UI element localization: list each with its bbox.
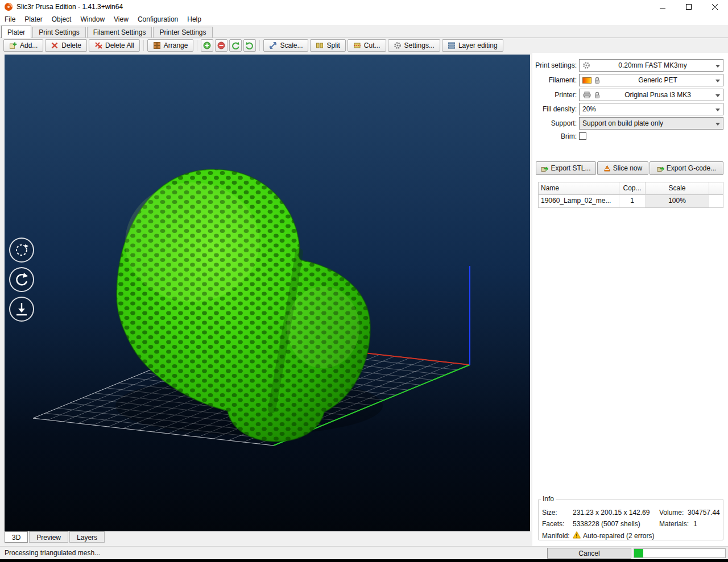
printer-value: Original Prusa i3 MK3 <box>603 91 713 99</box>
menu-window[interactable]: Window <box>76 14 109 24</box>
cut-button[interactable]: Cut... <box>348 39 386 52</box>
menu-configuration[interactable]: Configuration <box>133 14 183 24</box>
toolbar-separator <box>143 40 144 51</box>
layer-editing-button-label: Layer editing <box>458 41 498 49</box>
lock-icon <box>594 77 601 84</box>
progress-fill <box>634 549 643 557</box>
cancel-button-label: Cancel <box>578 549 599 557</box>
object-table: Name Cop... Scale 19060_Lamp_02_me... 1 … <box>538 182 723 208</box>
status-message: Processing triangulated mesh... <box>5 549 100 557</box>
place-on-bed-button[interactable] <box>9 297 34 322</box>
menu-help[interactable]: Help <box>183 14 206 24</box>
rotate-cw-button[interactable] <box>243 39 256 52</box>
support-value: Support on build plate only <box>582 119 713 127</box>
filament-label: Filament: <box>532 74 577 86</box>
export-gcode-button[interactable]: Export G-code... <box>650 161 723 175</box>
cancel-button[interactable]: Cancel <box>547 548 631 559</box>
delete-icon <box>51 41 59 49</box>
window-title: Slic3r Prusa Edition - 1.41.3+win64 <box>16 3 123 11</box>
tab-plater[interactable]: Plater <box>1 26 31 38</box>
combo-chevron-icon <box>715 123 720 126</box>
add-button[interactable]: Add... <box>3 39 43 52</box>
rotate-gizmo-button[interactable] <box>9 238 34 263</box>
increase-copies-button[interactable] <box>201 39 213 52</box>
warning-icon <box>573 531 581 540</box>
slice-now-label: Slice now <box>613 164 642 172</box>
print-settings-label: Print settings: <box>532 59 577 72</box>
slice-now-button[interactable]: Slice now <box>597 161 648 175</box>
tab-3d[interactable]: 3D <box>5 531 28 543</box>
arrange-button-label: Arrange <box>164 41 188 49</box>
menu-object[interactable]: Object <box>47 14 76 24</box>
column-header-name[interactable]: Name <box>539 182 619 195</box>
rotate-ccw-button[interactable] <box>229 39 242 52</box>
gear-icon <box>582 61 590 69</box>
add-icon <box>9 41 17 49</box>
filament-swatch <box>582 77 592 84</box>
delete-button[interactable]: Delete <box>45 39 87 52</box>
delete-all-button[interactable]: Delete All <box>89 39 140 52</box>
toolbar: Add... Delete Delete All Arrange Scale..… <box>0 38 728 53</box>
scale-button[interactable]: Scale... <box>263 39 308 52</box>
minimize-button[interactable] <box>650 0 676 14</box>
tab-layers[interactable]: Layers <box>69 531 105 543</box>
menu-view[interactable]: View <box>109 14 133 24</box>
printer-select[interactable]: Original Prusa i3 MK3 <box>579 89 723 101</box>
decrease-copies-button[interactable] <box>215 39 228 52</box>
table-row[interactable]: 19060_Lamp_02_me... 1 100% <box>539 195 723 207</box>
delete-button-label: Delete <box>61 41 81 49</box>
layer-editing-button[interactable]: Layer editing <box>442 39 503 52</box>
undo-rotation-button[interactable] <box>9 267 34 292</box>
filament-select[interactable]: Generic PET <box>579 74 723 86</box>
tab-print-settings[interactable]: Print Settings <box>32 27 85 38</box>
delete-all-icon <box>94 41 102 49</box>
tab-printer-settings[interactable]: Printer Settings <box>153 27 212 38</box>
maximize-button[interactable] <box>676 0 702 14</box>
undo-rotation-icon <box>14 272 30 288</box>
column-header-copies[interactable]: Cop... <box>619 182 646 195</box>
add-button-label: Add... <box>20 41 38 49</box>
decrease-copies-icon <box>217 41 225 49</box>
object-copies-cell: 1 <box>619 195 646 207</box>
fill-density-value: 20% <box>582 105 713 113</box>
main-tabstrip: Plater Print Settings Filament Settings … <box>0 25 728 38</box>
facets-value: 5338228 (5007 shells) <box>573 520 640 528</box>
place-on-bed-icon <box>14 301 30 317</box>
menu-file[interactable]: File <box>0 14 20 24</box>
combo-chevron-icon <box>715 80 720 82</box>
object-settings-button[interactable]: Settings... <box>388 39 440 52</box>
fill-density-select[interactable]: 20% <box>579 103 723 115</box>
rotate-cw-icon <box>246 41 254 49</box>
volume-value: 304757.44 <box>688 509 720 517</box>
info-box: Info Size: 231.23 x 200.15 x 142.69 Volu… <box>538 495 723 540</box>
close-icon <box>712 4 718 10</box>
tab-filament-settings[interactable]: Filament Settings <box>87 27 152 38</box>
delete-all-button-label: Delete All <box>105 41 134 49</box>
tab-preview[interactable]: Preview <box>29 531 68 543</box>
size-label: Size: <box>542 509 557 517</box>
split-icon <box>316 41 324 49</box>
menu-plater[interactable]: Plater <box>20 14 47 24</box>
object-settings-button-label: Settings... <box>404 41 435 49</box>
facets-label: Facets: <box>542 520 564 528</box>
filament-value: Generic PET <box>603 76 713 84</box>
arrange-button[interactable]: Arrange <box>147 39 194 52</box>
slice-icon <box>603 165 611 172</box>
cut-button-label: Cut... <box>364 41 380 49</box>
screen-edge-strip <box>0 559 728 562</box>
settings-gear-icon <box>394 41 402 49</box>
app-logo-icon <box>4 2 13 11</box>
split-button[interactable]: Split <box>310 39 345 52</box>
column-header-scale[interactable]: Scale <box>646 182 709 195</box>
3d-viewport[interactable] <box>5 55 530 531</box>
split-button-label: Split <box>326 41 340 49</box>
manifold-label: Manifold: <box>542 532 570 540</box>
close-button[interactable] <box>702 0 728 14</box>
print-settings-select[interactable]: 0.20mm FAST MK3my <box>579 59 723 72</box>
settings-panel: Print settings: 0.20mm FAST MK3my Filame… <box>532 53 728 546</box>
support-select[interactable]: Support on build plate only <box>579 117 723 130</box>
layer-editing-icon <box>448 41 456 49</box>
export-stl-button[interactable]: Export STL... <box>536 161 596 175</box>
brim-checkbox[interactable] <box>579 132 586 140</box>
lock-icon <box>594 91 601 99</box>
